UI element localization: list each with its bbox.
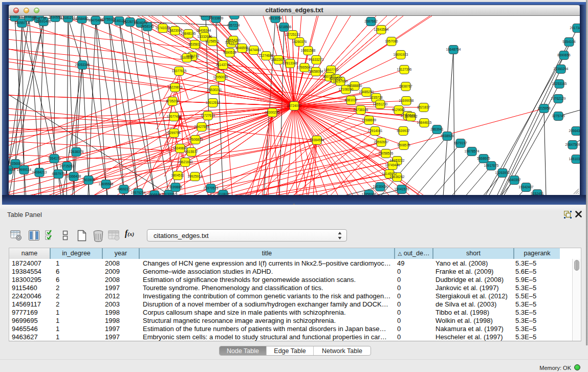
- svg-text:5161630: 5161630: [180, 56, 193, 59]
- svg-text:14055714: 14055714: [15, 21, 30, 25]
- svg-text:21970515: 21970515: [204, 186, 219, 190]
- svg-text:23621603: 23621603: [178, 160, 193, 164]
- svg-text:20474461: 20474461: [247, 48, 262, 52]
- svg-text:17813348: 17813348: [283, 61, 298, 65]
- svg-text:19579254: 19579254: [131, 191, 146, 194]
- svg-text:17108100: 17108100: [339, 87, 354, 91]
- svg-text:4358480: 4358480: [75, 17, 89, 20]
- svg-text:24530241: 24530241: [207, 88, 222, 92]
- svg-text:12677488: 12677488: [167, 115, 182, 118]
- svg-text:13695588: 13695588: [99, 182, 114, 186]
- svg-text:14510388: 14510388: [569, 157, 580, 161]
- svg-text:24588850: 24588850: [347, 84, 362, 87]
- svg-text:22253165: 22253165: [552, 82, 567, 85]
- svg-text:20691406: 20691406: [36, 19, 51, 23]
- svg-text:18724007: 18724007: [287, 104, 302, 107]
- svg-text:5539937: 5539937: [397, 129, 410, 133]
- svg-text:5129082: 5129082: [392, 108, 405, 112]
- svg-text:6735209: 6735209: [166, 99, 179, 103]
- svg-text:8110827: 8110827: [217, 192, 230, 195]
- svg-text:20427559: 20427559: [194, 125, 209, 128]
- svg-text:3178182: 3178182: [404, 115, 418, 118]
- svg-text:14551230: 14551230: [373, 102, 388, 106]
- svg-text:12066024: 12066024: [9, 16, 23, 18]
- svg-text:24654361: 24654361: [226, 38, 241, 42]
- svg-text:5938928: 5938928: [441, 134, 454, 138]
- svg-text:1215958: 1215958: [537, 106, 551, 110]
- svg-text:15349848: 15349848: [173, 146, 188, 150]
- svg-text:2458145: 2458145: [141, 25, 154, 28]
- svg-text:18377615: 18377615: [172, 69, 187, 73]
- svg-text:3804511: 3804511: [171, 173, 184, 177]
- svg-text:7503905: 7503905: [82, 178, 95, 182]
- svg-text:20848195: 20848195: [181, 32, 196, 35]
- svg-text:6040397: 6040397: [508, 178, 521, 182]
- svg-text:18822670: 18822670: [271, 58, 286, 61]
- svg-text:12843564: 12843564: [374, 28, 389, 31]
- svg-text:11258511: 11258511: [205, 39, 220, 43]
- svg-text:13127396: 13127396: [397, 68, 412, 71]
- svg-text:9390519: 9390519: [223, 51, 236, 54]
- svg-text:12725131: 12725131: [286, 33, 300, 36]
- svg-text:21699058: 21699058: [399, 99, 414, 102]
- svg-text:3199883: 3199883: [169, 185, 182, 189]
- svg-text:9508575: 9508575: [397, 143, 410, 147]
- svg-text:19342407: 19342407: [519, 185, 534, 189]
- svg-text:20137057: 20137057: [162, 192, 177, 195]
- svg-text:24738166: 24738166: [354, 108, 368, 112]
- svg-text:16691923: 16691923: [394, 53, 408, 56]
- svg-text:24030434: 24030434: [373, 185, 388, 188]
- svg-text:11588699: 11588699: [362, 118, 377, 122]
- svg-text:6838767: 6838767: [399, 84, 412, 88]
- svg-text:13332690: 13332690: [198, 35, 212, 38]
- svg-text:20356684: 20356684: [9, 162, 23, 165]
- svg-text:6679197: 6679197: [454, 141, 467, 145]
- svg-text:21143743: 21143743: [216, 63, 231, 67]
- svg-text:19218506: 19218506: [277, 25, 292, 29]
- svg-text:4657975: 4657975: [52, 172, 65, 176]
- svg-text:3275745: 3275745: [552, 114, 565, 118]
- svg-text:3630558: 3630558: [49, 16, 62, 19]
- svg-text:19878574: 19878574: [465, 149, 480, 153]
- svg-text:10861588: 10861588: [301, 49, 316, 52]
- svg-text:2687682: 2687682: [364, 19, 378, 23]
- svg-text:15229873: 15229873: [168, 85, 183, 89]
- svg-text:20715263: 20715263: [60, 164, 75, 168]
- svg-text:7357224: 7357224: [227, 24, 240, 27]
- svg-text:17606879: 17606879: [188, 138, 203, 141]
- svg-text:23636262: 23636262: [390, 175, 405, 179]
- svg-text:19041570: 19041570: [395, 187, 409, 191]
- svg-text:2515577: 2515577: [185, 150, 198, 154]
- svg-text:11550932: 11550932: [9, 168, 15, 171]
- svg-text:20564361: 20564361: [569, 129, 580, 133]
- svg-text:20173477: 20173477: [570, 26, 580, 30]
- svg-text:19384554: 19384554: [310, 138, 324, 142]
- svg-text:8521837: 8521837: [417, 105, 430, 109]
- svg-text:16153222: 16153222: [390, 159, 405, 162]
- svg-text:12950036: 12950036: [213, 75, 228, 79]
- svg-text:8813054: 8813054: [269, 16, 282, 20]
- svg-text:19181216: 19181216: [61, 16, 76, 19]
- svg-text:3543959: 3543959: [228, 16, 241, 16]
- svg-text:1957086: 1957086: [385, 39, 398, 43]
- svg-text:16823006: 16823006: [168, 29, 183, 32]
- svg-text:5668605: 5668605: [477, 157, 490, 160]
- svg-text:23485250: 23485250: [359, 90, 374, 94]
- svg-text:15263972: 15263972: [495, 171, 510, 174]
- svg-text:22638378: 22638378: [69, 150, 84, 154]
- svg-text:11274688: 11274688: [259, 54, 274, 57]
- svg-text:8404075: 8404075: [134, 21, 147, 25]
- svg-text:21633273: 21633273: [309, 58, 324, 61]
- svg-text:18300295: 18300295: [265, 111, 280, 114]
- svg-text:20592657: 20592657: [374, 140, 389, 144]
- svg-text:17865640: 17865640: [297, 65, 312, 69]
- svg-text:20366438: 20366438: [67, 174, 81, 178]
- svg-text:4469227: 4469227: [117, 187, 130, 191]
- svg-text:7264171: 7264171: [48, 157, 61, 160]
- svg-text:19999114: 19999114: [17, 168, 32, 171]
- svg-text:20658054: 20658054: [309, 70, 323, 73]
- svg-text:20847509: 20847509: [565, 143, 580, 146]
- svg-text:2863941: 2863941: [430, 127, 444, 131]
- svg-text:5152451: 5152451: [531, 192, 544, 195]
- svg-text:5354104: 5354104: [562, 40, 576, 43]
